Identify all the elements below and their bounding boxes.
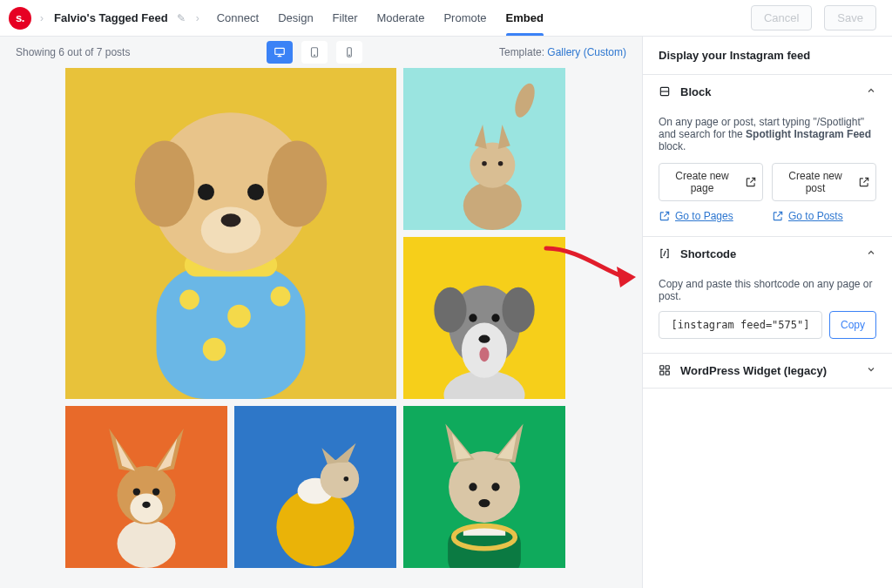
svg-point-26 [498, 161, 503, 166]
svg-point-36 [479, 347, 489, 362]
app-header: s. › Falvio's Tagged Feed ✎ › Connect De… [0, 0, 892, 37]
svg-point-66 [478, 499, 490, 507]
feed-tile-3[interactable] [403, 237, 565, 399]
external-link-icon [745, 176, 757, 188]
svg-rect-0 [275, 48, 285, 54]
panel-widget-title: WordPress Widget (legacy) [680, 364, 827, 377]
chevron-up-icon [866, 247, 876, 260]
chevron-up-icon [866, 85, 876, 98]
svg-point-51 [321, 459, 360, 498]
tab-promote[interactable]: Promote [443, 1, 486, 35]
svg-point-31 [434, 287, 466, 333]
device-desktop-button[interactable] [267, 41, 293, 64]
go-to-pages-link[interactable]: Go to Pages [659, 210, 763, 222]
device-toggle [267, 41, 362, 64]
svg-point-9 [271, 287, 291, 307]
panel-block-title: Block [680, 85, 711, 98]
sidebar-title: Display your Instagram feed [643, 37, 892, 75]
chevron-right-icon: › [37, 12, 47, 24]
panel-block: Block On any page or post, start typing … [643, 75, 892, 237]
widget-icon [659, 364, 672, 377]
svg-rect-70 [660, 371, 664, 375]
svg-rect-6 [157, 267, 306, 399]
svg-point-10 [203, 338, 226, 362]
svg-point-25 [482, 161, 487, 166]
feed-grid [65, 68, 577, 568]
tab-filter[interactable]: Filter [333, 1, 358, 35]
device-tablet-button[interactable] [301, 41, 328, 64]
embed-sidebar: Display your Instagram feed Block On any… [643, 37, 892, 588]
save-button[interactable]: Save [824, 5, 876, 30]
svg-point-14 [267, 141, 327, 227]
external-link-icon [659, 210, 671, 222]
tab-design[interactable]: Design [278, 1, 313, 35]
tab-moderate[interactable]: Moderate [377, 1, 425, 35]
main-tabs: Connect Design Filter Moderate Promote E… [217, 1, 544, 35]
desktop-icon [274, 46, 286, 58]
svg-point-47 [142, 502, 150, 508]
svg-point-65 [491, 483, 499, 490]
cancel-button[interactable]: Cancel [751, 5, 812, 30]
panel-widget-header[interactable]: WordPress Widget (legacy) [643, 354, 892, 388]
svg-point-54 [344, 476, 349, 482]
panel-shortcode-title: Shortcode [680, 247, 736, 260]
svg-point-59 [449, 451, 520, 523]
svg-point-2 [314, 55, 315, 56]
chevron-right-icon: › [193, 12, 203, 24]
brand-logo: s. [9, 7, 31, 30]
external-link-icon [772, 210, 784, 222]
template-label: Template: Gallery (Custom) [499, 46, 626, 58]
feed-title[interactable]: Falvio's Tagged Feed [52, 11, 170, 24]
post-count: Showing 6 out of 7 posts [16, 46, 130, 58]
template-link[interactable]: Gallery (Custom) [547, 46, 626, 58]
svg-point-21 [470, 143, 515, 188]
svg-point-33 [469, 314, 476, 321]
svg-point-4 [349, 55, 350, 56]
create-new-post-button[interactable]: Create new post [772, 163, 876, 201]
svg-point-45 [133, 488, 140, 495]
svg-point-7 [179, 290, 199, 310]
pencil-icon[interactable]: ✎ [175, 12, 187, 24]
svg-point-35 [478, 335, 490, 343]
mobile-icon [343, 46, 355, 58]
svg-point-64 [469, 483, 476, 490]
chevron-down-icon [866, 364, 876, 377]
panel-shortcode-header[interactable]: Shortcode [643, 237, 892, 271]
svg-point-20 [463, 181, 522, 230]
block-icon [659, 85, 672, 98]
shortcode-description: Copy and paste this shortcode on any pag… [659, 278, 876, 302]
tab-connect[interactable]: Connect [217, 1, 259, 35]
svg-point-38 [118, 519, 176, 568]
canvas-toolbar: Showing 6 out of 7 posts [0, 37, 642, 68]
svg-point-18 [221, 213, 241, 226]
svg-point-16 [198, 184, 214, 200]
feed-tile-5[interactable] [234, 406, 396, 568]
block-description: On any page or post, start typing "/Spot… [659, 116, 876, 152]
svg-rect-69 [666, 366, 669, 369]
feed-tile-2[interactable] [403, 68, 565, 230]
preview-canvas: Showing 6 out of 7 posts [0, 37, 643, 588]
tablet-icon [308, 46, 321, 58]
svg-point-46 [152, 488, 159, 495]
shortcode-value[interactable]: [instagram feed="575"] [659, 311, 822, 339]
tab-embed[interactable]: Embed [506, 1, 544, 35]
panel-shortcode: Shortcode Copy and paste this shortcode … [643, 237, 892, 354]
panel-widget: WordPress Widget (legacy) [643, 354, 892, 389]
go-to-posts-link[interactable]: Go to Posts [772, 210, 876, 222]
svg-point-17 [247, 184, 264, 200]
svg-rect-68 [660, 366, 664, 369]
svg-point-13 [135, 141, 194, 227]
feed-tile-4[interactable] [65, 406, 227, 568]
device-mobile-button[interactable] [336, 41, 362, 64]
panel-block-header[interactable]: Block [643, 75, 892, 109]
feed-tile-6[interactable] [403, 406, 565, 568]
copy-shortcode-button[interactable]: Copy [829, 311, 876, 339]
svg-rect-71 [666, 371, 669, 375]
shortcode-icon [659, 247, 672, 260]
svg-point-32 [502, 287, 534, 333]
create-new-page-button[interactable]: Create new page [659, 163, 763, 201]
external-link-icon [858, 176, 870, 188]
feed-tile-1[interactable] [65, 68, 396, 399]
svg-point-8 [227, 305, 251, 328]
svg-point-34 [491, 314, 499, 321]
